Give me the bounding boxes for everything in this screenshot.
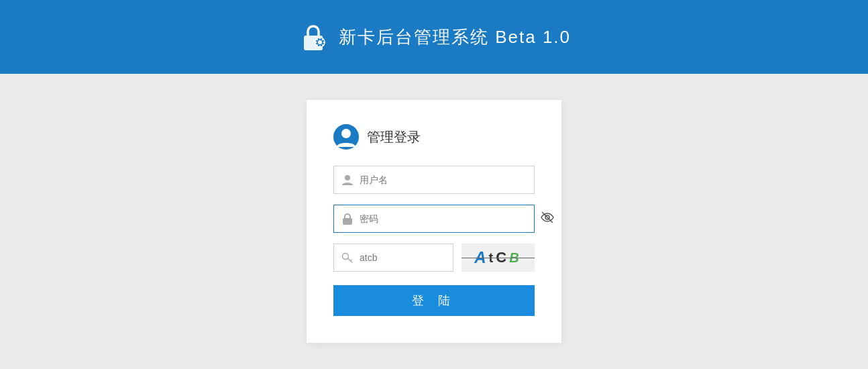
lock-settings-icon — [297, 21, 329, 53]
svg-point-2 — [318, 40, 322, 44]
eye-toggle-icon[interactable] — [540, 210, 555, 227]
app-title: 新卡后台管理系统 Beta 1.0 — [339, 25, 571, 49]
svg-line-11 — [350, 260, 351, 261]
svg-point-5 — [345, 175, 350, 180]
username-input[interactable] — [360, 174, 527, 185]
header-content: 新卡后台管理系统 Beta 1.0 — [297, 21, 571, 53]
captcha-row: A t C B — [333, 244, 535, 272]
username-input-wrapper[interactable] — [333, 166, 535, 194]
captcha-input-wrapper[interactable] — [333, 244, 453, 272]
username-group — [333, 166, 535, 194]
login-card: 管理登录 — [307, 100, 561, 343]
login-button[interactable]: 登 陆 — [333, 285, 535, 316]
captcha-image[interactable]: A t C B — [462, 244, 535, 272]
password-input-wrapper[interactable] — [333, 205, 535, 233]
key-icon — [341, 251, 354, 264]
login-header: 管理登录 — [333, 124, 535, 150]
captcha-input[interactable] — [360, 252, 446, 263]
user-avatar-icon — [333, 124, 359, 150]
lock-icon — [341, 212, 354, 225]
svg-point-4 — [341, 129, 351, 138]
password-group — [333, 205, 535, 233]
captcha-strikethrough — [462, 258, 535, 258]
login-title: 管理登录 — [367, 128, 421, 146]
main-area: 管理登录 — [0, 74, 868, 369]
app-header: 新卡后台管理系统 Beta 1.0 — [0, 0, 868, 74]
password-input[interactable] — [360, 213, 527, 224]
svg-rect-6 — [343, 218, 352, 225]
user-icon — [341, 173, 354, 187]
